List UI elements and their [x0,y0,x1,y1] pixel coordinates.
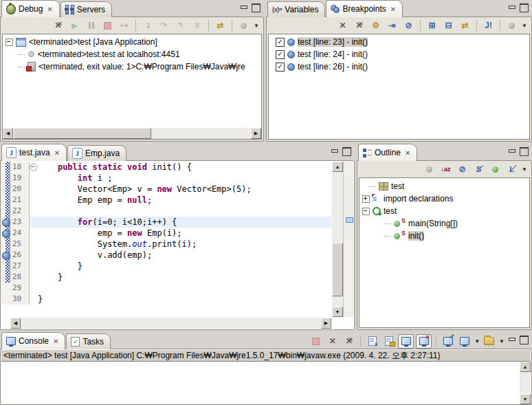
pin-console-icon[interactable] [441,335,455,348]
editor-vertical-scrollbar[interactable]: ▲ ▼ [332,162,343,317]
breakpoint-checkbox[interactable]: ✓ [276,50,285,59]
collapse-expander-icon[interactable] [5,39,13,46]
code-text[interactable]: } [38,261,331,272]
show-console-on-stdout-icon[interactable] [398,334,414,349]
scroll-up-icon[interactable]: ▲ [332,162,343,172]
debug-tree-row[interactable]: ⚙ <terminated>test.test at localhost:445… [3,48,261,61]
scroll-lock-icon[interactable] [381,335,396,348]
debug-tree-row[interactable]: <terminated, exit value: 1>C:₩Program Fi… [3,61,261,73]
maximize-icon[interactable] [520,147,529,156]
go-to-file-icon[interactable]: ⇥ [385,19,399,32]
tab-outline[interactable]: Outline ✕ [358,144,417,161]
code-line[interactable]: 21 Emp emp = null; [1,195,331,206]
terminate-icon[interactable] [309,335,323,348]
fold-column[interactable] [30,250,38,261]
outline-row-method[interactable]: S init() [359,230,529,242]
scrollbar-thumb[interactable] [332,243,343,296]
code-line[interactable]: 24 emp = new Emp(i); [1,228,331,239]
resume-icon[interactable]: ▶ [67,19,82,32]
scroll-left-icon[interactable]: ◀ [3,128,13,139]
tab-test-java[interactable]: J test.java ✕ [1,144,67,161]
remove-all-terminated-icon[interactable]: ✕ [51,19,65,32]
minimize-icon[interactable] [331,149,338,155]
scrollbar-thumb[interactable] [14,128,151,139]
debug-tree-row[interactable]: <terminated>test [Java Application] [3,36,261,48]
tab-tasks[interactable]: ✓ Tasks [66,333,111,349]
step-over-icon[interactable]: ↷ [157,19,171,32]
use-step-filters-icon[interactable]: ⇄ [213,19,228,32]
maximize-icon[interactable] [520,336,529,344]
close-icon[interactable]: ✕ [47,6,52,13]
fold-column[interactable] [30,283,38,294]
maximize-icon[interactable] [342,147,351,156]
scroll-down-icon[interactable]: ▼ [332,307,343,317]
collapse-icon[interactable] [362,208,370,215]
add-java-exception-breakpoint-icon[interactable]: J! [481,19,496,32]
code-text[interactable]: System.out.print(i); [38,239,331,250]
view-menu-icon[interactable] [505,19,519,32]
fold-column[interactable] [30,239,38,250]
expand-all-icon[interactable]: ⊞ [425,19,439,32]
code-line[interactable]: 19 int i ; [1,173,331,184]
annotation-ruler[interactable] [1,283,11,294]
code-line[interactable]: 28 } [1,272,331,283]
close-icon[interactable]: ✕ [390,6,396,13]
terminate-icon[interactable] [100,19,115,32]
fold-column[interactable] [30,272,38,283]
show-console-on-stderr-icon[interactable] [416,334,432,349]
minimize-icon[interactable] [508,149,516,155]
code-text[interactable]: } [38,272,331,283]
fold-column[interactable] [30,173,38,184]
code-text[interactable]: emp = new Emp(i); [38,228,331,239]
close-icon[interactable]: ✕ [405,149,410,157]
expand-icon[interactable] [362,195,370,203]
fold-column[interactable] [30,294,38,305]
editor-horizontal-scrollbar[interactable]: ◀ ▶ [10,318,331,329]
fold-column[interactable] [30,261,38,272]
minimize-icon[interactable] [508,5,516,11]
close-icon[interactable]: ✕ [53,338,58,345]
scroll-down-icon[interactable]: ▼ [520,394,531,404]
display-console-dropdown-icon[interactable]: ▼ [474,338,480,344]
tab-debug[interactable]: Debug ✕ [1,0,60,17]
link-with-debug-icon[interactable]: ⇄ [458,19,472,32]
breakpoint-checkbox[interactable]: ✓ [276,63,285,72]
remove-selected-breakpoints-icon[interactable]: ✕ [335,19,350,32]
fold-column[interactable] [30,206,38,217]
tab-console[interactable]: Console ✕ [1,332,65,349]
scroll-up-icon[interactable]: ▲ [520,362,531,372]
tab-emp-java[interactable]: J Emp.java [67,145,126,161]
code-text[interactable]: Vector<Emp> v = new Vector<Emp>(5); [38,184,331,195]
code-line[interactable]: 30} [1,294,331,305]
code-text[interactable]: int i ; [38,173,331,184]
fold-collapse-icon[interactable] [30,164,37,171]
fold-column[interactable] [30,217,38,228]
outline-row-method[interactable]: S main(String[]) [359,217,529,230]
view-menu-dropdown-icon[interactable]: ▼ [254,23,259,29]
fold-column[interactable] [30,184,38,195]
breakpoint-row[interactable]: ✓ test [line: 23] - init() [269,36,529,48]
scroll-left-icon[interactable]: ◀ [10,318,21,329]
code-line[interactable]: 20 Vector<Emp> v = new Vector<Emp>(5); [1,184,331,195]
breakpoint-marker-line-26[interactable] [2,252,10,260]
breakpoint-marker-line-23[interactable] [2,219,10,227]
fold-column[interactable] [30,228,38,239]
code-line[interactable]: 22 [1,206,331,217]
scroll-right-icon[interactable]: ▶ [251,128,261,139]
maximize-icon[interactable] [252,3,261,12]
outline-row-imports[interactable]: ≡ import declarations [359,193,529,205]
breakpoint-marker-line-24[interactable] [2,230,10,238]
code-text[interactable]: } [38,294,331,305]
open-console-icon[interactable] [482,335,496,348]
maximize-icon[interactable] [520,3,529,12]
fold-column[interactable] [30,195,38,206]
open-console-dropdown-icon[interactable]: ▼ [499,338,505,344]
breakpoint-checkbox[interactable]: ✓ [276,38,285,47]
overview-ruler[interactable] [343,162,353,317]
tab-breakpoints[interactable]: Breakpoints ✕ [326,0,403,17]
view-menu-dropdown-icon[interactable]: ▼ [522,166,527,173]
code-editor[interactable]: 18 public static void init() { 19 int i … [1,162,331,317]
clear-console-icon[interactable] [365,335,379,348]
code-line[interactable]: 25 System.out.print(i); [1,239,331,250]
tab-variables[interactable]: (x)= Variables [267,1,325,17]
